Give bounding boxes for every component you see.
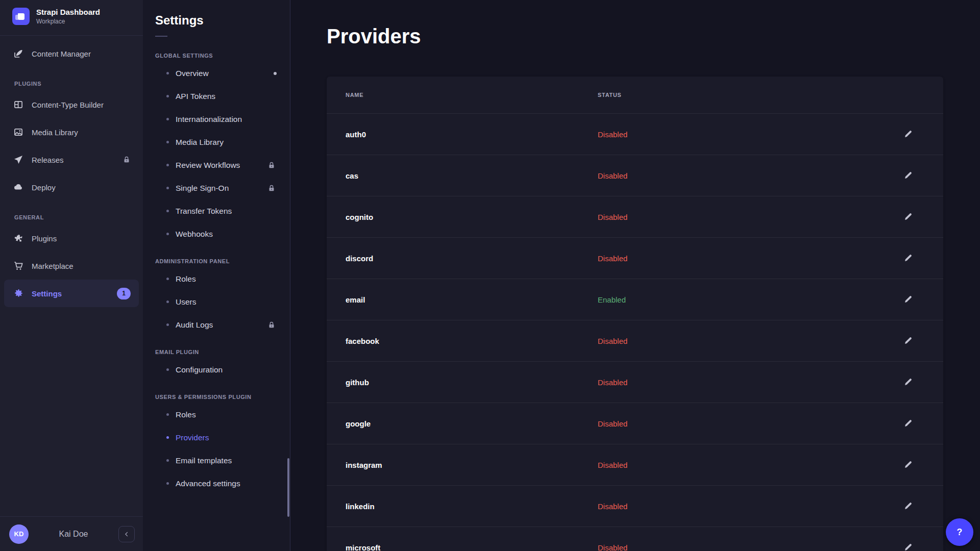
sidebar-item-content-type-builder[interactable]: Content-Type Builder (4, 91, 139, 118)
sidebar-item-releases[interactable]: Releases (4, 146, 139, 173)
provider-status: Disabled (598, 213, 899, 221)
subnav-item-label: Internationalization (176, 115, 242, 124)
bullet-icon (166, 436, 169, 439)
workspace-brand[interactable]: Strapi Dashboard Workplace (0, 0, 143, 36)
workspace-subtitle: Workplace (36, 18, 100, 25)
releases-icon (13, 155, 23, 165)
sidebar-item-media-library[interactable]: Media Library (4, 118, 139, 146)
subnav-item-review-workflows[interactable]: Review Workflows (143, 154, 290, 177)
edit-provider-button[interactable] (899, 456, 917, 473)
pencil-icon (903, 254, 913, 263)
bullet-icon (166, 413, 169, 416)
lock-icon (267, 161, 276, 169)
pencil-icon (903, 130, 913, 139)
edit-provider-button[interactable] (899, 332, 917, 349)
strapi-logo-icon (12, 8, 30, 25)
edit-provider-button[interactable] (899, 208, 917, 226)
bullet-icon (166, 210, 169, 212)
sidebar-item-settings[interactable]: Settings 1 (4, 280, 139, 307)
avatar[interactable]: KD (9, 524, 29, 544)
pencil-icon (903, 378, 913, 387)
table-row: microsoft Disabled (327, 527, 943, 551)
edit-provider-button[interactable] (899, 497, 917, 515)
table-row: google Disabled (327, 403, 943, 444)
sidebar-item-label: Releases (32, 156, 114, 164)
subnav-item-providers[interactable]: Providers (143, 426, 290, 449)
provider-name: cas (346, 171, 598, 180)
bullet-icon (166, 482, 169, 485)
subnav-item-roles-up[interactable]: Roles (143, 403, 290, 426)
subnav-section-global-settings: GLOBAL SETTINGS (143, 40, 290, 62)
edit-provider-button[interactable] (899, 291, 917, 308)
subnav-scrollbar[interactable] (287, 458, 289, 517)
subnav-item-single-sign-on[interactable]: Single Sign-On (143, 177, 290, 199)
table-row: github Disabled (327, 361, 943, 403)
table-row: email Enabled (327, 279, 943, 320)
chevron-left-icon (124, 531, 130, 537)
subnav-item-api-tokens[interactable]: API Tokens (143, 85, 290, 108)
bullet-icon (166, 164, 169, 166)
provider-name: auth0 (346, 130, 598, 139)
subnav-divider (155, 36, 167, 37)
table-row: linkedin Disabled (327, 485, 943, 527)
subnav-item-label: Media Library (176, 138, 224, 147)
bullet-icon (166, 459, 169, 462)
content-type-builder-icon (13, 99, 23, 110)
subnav-item-advanced-settings[interactable]: Advanced settings (143, 472, 290, 495)
subnav-item-email-templates[interactable]: Email templates (143, 449, 290, 472)
edit-provider-button[interactable] (899, 415, 917, 432)
edit-provider-button[interactable] (899, 249, 917, 267)
subnav-item-label: Transfer Tokens (176, 207, 232, 216)
marketplace-cart-icon (13, 261, 23, 271)
table-row: auth0 Disabled (327, 113, 943, 155)
sidebar-item-content-manager[interactable]: Content Manager (4, 40, 139, 67)
pencil-icon (903, 295, 913, 304)
sidebar-item-deploy[interactable]: Deploy (4, 173, 139, 201)
subnav-item-media-library[interactable]: Media Library (143, 131, 290, 154)
pencil-icon (903, 502, 913, 511)
bullet-icon (166, 95, 169, 97)
provider-name: google (346, 419, 598, 428)
subnav-section-users-permissions-plugin: USERS & PERMISSIONS PLUGIN (143, 381, 290, 403)
notification-dot (274, 72, 277, 75)
provider-status: Disabled (598, 130, 899, 139)
subnav-item-roles-admin[interactable]: Roles (143, 267, 290, 290)
table-row: discord Disabled (327, 237, 943, 279)
subnav-item-users[interactable]: Users (143, 290, 290, 313)
pencil-icon (903, 336, 913, 345)
edit-provider-button[interactable] (899, 373, 917, 391)
subnav-item-label: Configuration (176, 365, 223, 374)
sidebar-item-label: Media Library (32, 128, 131, 137)
subnav-item-webhooks[interactable]: Webhooks (143, 222, 290, 245)
main-nav: Content Manager PLUGINS Content-Type Bui… (0, 36, 143, 307)
subnav-item-internationalization[interactable]: Internationalization (143, 108, 290, 131)
edit-provider-button[interactable] (899, 539, 917, 551)
plugins-puzzle-icon (13, 233, 23, 243)
subnav-item-audit-logs[interactable]: Audit Logs (143, 313, 290, 336)
sidebar-item-marketplace[interactable]: Marketplace (4, 252, 139, 280)
subnav-item-configuration[interactable]: Configuration (143, 358, 290, 381)
provider-status: Disabled (598, 502, 899, 511)
bullet-icon (166, 300, 169, 303)
edit-provider-button[interactable] (899, 126, 917, 143)
subnav-item-label: Webhooks (176, 230, 213, 239)
bullet-icon (166, 187, 169, 189)
sidebar-item-label: Marketplace (32, 262, 131, 270)
edit-provider-button[interactable] (899, 167, 917, 184)
workspace-title: Strapi Dashboard (36, 8, 100, 16)
collapse-sidebar-button[interactable] (118, 526, 135, 542)
help-button[interactable]: ? (946, 518, 973, 546)
provider-name: instagram (346, 461, 598, 469)
sidebar-item-label: Content Manager (32, 49, 131, 58)
bullet-icon (166, 118, 169, 120)
main-content: Providers NAME STATUS auth0 Disabled cas… (290, 0, 980, 551)
subnav-item-label: Providers (176, 433, 209, 442)
provider-name: linkedin (346, 502, 598, 511)
subnav-item-transfer-tokens[interactable]: Transfer Tokens (143, 199, 290, 222)
sidebar-item-plugins[interactable]: Plugins (4, 224, 139, 252)
subnav-item-overview[interactable]: Overview (143, 62, 290, 85)
providers-table: NAME STATUS auth0 Disabled cas Disabled … (327, 77, 943, 551)
provider-status: Disabled (598, 171, 899, 180)
subnav-item-label: Overview (176, 69, 209, 78)
column-header-status: STATUS (598, 92, 899, 98)
